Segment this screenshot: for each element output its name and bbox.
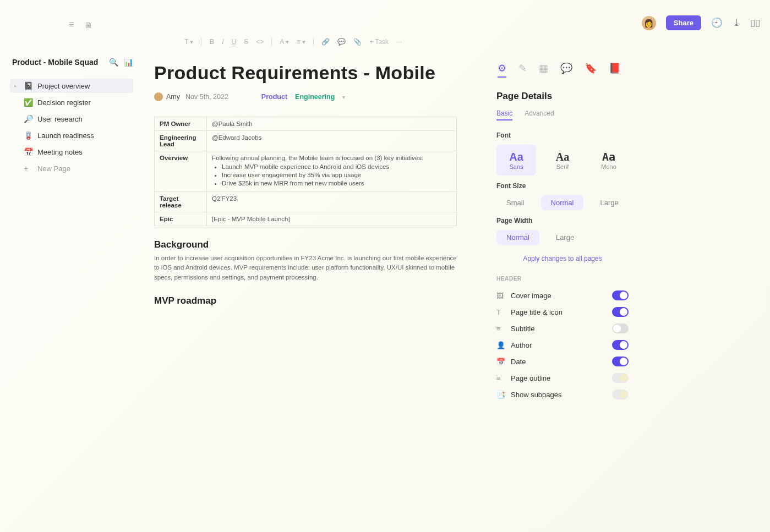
battery-icon: 🪫 bbox=[24, 131, 32, 140]
share-button[interactable]: Share bbox=[666, 15, 701, 30]
doc-icon[interactable]: 🗎 bbox=[84, 20, 92, 30]
list-item: Launch MVP mobile experience to Android … bbox=[222, 163, 451, 170]
toggle-switch[interactable] bbox=[612, 373, 629, 383]
size-normal[interactable]: Normal bbox=[541, 195, 584, 210]
sidebar-item-decision-register[interactable]: ✅ Decision register bbox=[10, 95, 133, 109]
header-section-label: HEADER bbox=[496, 276, 629, 282]
toggle-icon: ≡ bbox=[496, 374, 505, 382]
menu-icon[interactable]: ≡ bbox=[69, 19, 74, 30]
panel-title: Page Details bbox=[496, 91, 629, 102]
background-text[interactable]: In order to increase user acquisition op… bbox=[154, 254, 457, 282]
val-target[interactable]: Q2'FY23 bbox=[207, 192, 457, 212]
heading-background[interactable]: Background bbox=[154, 239, 457, 250]
tag-engineering[interactable]: Engineering bbox=[295, 93, 335, 101]
toggle-label: Subtitle bbox=[511, 325, 534, 333]
toggle-switch[interactable] bbox=[612, 340, 629, 350]
font-label: Font bbox=[496, 131, 629, 139]
panel-tabs: ⚙ ✎ ▦ 💬 🔖 📕 bbox=[496, 40, 629, 84]
right-panel: ⚙ ✎ ▦ 💬 🔖 📕 Page Details Basic Advanced … bbox=[490, 30, 638, 532]
tab-bookmark[interactable]: 🔖 bbox=[585, 62, 597, 78]
comment-button[interactable]: 💬 bbox=[337, 38, 346, 46]
toggle-row-date: 📅Date bbox=[496, 353, 629, 370]
tab-blocks[interactable]: ▦ bbox=[539, 62, 548, 78]
sidebar-item-launch-readiness[interactable]: 🪫 Launch readiness bbox=[10, 128, 133, 142]
val-eng-lead[interactable]: @Edward Jacobs bbox=[207, 131, 457, 151]
sidebar-item-label: Launch readiness bbox=[37, 131, 94, 140]
table-row: Target release Q2'FY23 bbox=[155, 192, 457, 212]
list-button[interactable]: ≡ ▾ bbox=[297, 38, 305, 46]
font-option-serif[interactable]: AaSerif bbox=[543, 145, 582, 175]
text-style-button[interactable]: T ▾ bbox=[184, 38, 193, 46]
sidebar: Product - Mobile Squad 🔍 📊 ▸ 📓 Project o… bbox=[0, 30, 138, 532]
tab-settings[interactable]: ⚙ bbox=[498, 62, 506, 78]
subtab-advanced[interactable]: Advanced bbox=[525, 109, 554, 120]
magnifier-icon: 🔎 bbox=[24, 114, 32, 123]
sidebar-item-project-overview[interactable]: ▸ 📓 Project overview bbox=[10, 79, 133, 93]
avatar[interactable]: 👩 bbox=[642, 16, 656, 30]
author[interactable]: Amy bbox=[154, 92, 180, 101]
heading-mvp-roadmap[interactable]: MVP roadmap bbox=[154, 295, 457, 306]
font-option-sans[interactable]: AaSans bbox=[496, 145, 536, 175]
task-button[interactable]: + Task bbox=[369, 38, 389, 46]
list-item: Drive $25k in new MRR from net new mobil… bbox=[222, 180, 451, 187]
download-icon[interactable]: ⤓ bbox=[733, 17, 740, 29]
page-meta: Amy Nov 5th, 2022 Product Engineering ▾ bbox=[154, 92, 457, 101]
sidebar-item-label: Project overview bbox=[37, 82, 90, 90]
link-button[interactable]: 🔗 bbox=[321, 38, 330, 46]
stats-icon[interactable]: 📊 bbox=[124, 58, 133, 67]
underline-button[interactable]: U bbox=[231, 38, 236, 46]
toggle-icon: ≡ bbox=[496, 325, 505, 333]
sidebar-item-meeting-notes[interactable]: 📅 Meeting notes bbox=[10, 145, 133, 159]
tab-comments[interactable]: 💬 bbox=[560, 62, 572, 78]
toggle-switch[interactable] bbox=[612, 323, 629, 333]
sidebar-item-label: Meeting notes bbox=[37, 148, 83, 156]
toggle-switch[interactable] bbox=[612, 390, 629, 399]
toggle-icon: 📑 bbox=[496, 391, 505, 399]
size-small[interactable]: Small bbox=[496, 195, 534, 210]
search-icon[interactable]: 🔍 bbox=[109, 58, 118, 67]
tag-product[interactable]: Product bbox=[261, 93, 287, 101]
table-row: Epic [Epic - MVP Mobile Launch] bbox=[155, 212, 457, 226]
book-icon[interactable]: ▯▯ bbox=[750, 17, 760, 29]
key-epic: Epic bbox=[155, 212, 207, 226]
sidebar-item-label: Decision register bbox=[37, 98, 91, 107]
key-overview: Overview bbox=[155, 151, 207, 192]
strike-button[interactable]: S bbox=[244, 38, 248, 46]
bold-button[interactable]: B bbox=[209, 38, 214, 46]
caret-icon: ▸ bbox=[14, 83, 19, 89]
clock-icon[interactable]: 🕘 bbox=[711, 17, 723, 29]
more-button[interactable]: ··· bbox=[396, 38, 402, 46]
insert-button[interactable]: 📎 bbox=[353, 38, 362, 46]
color-button[interactable]: A ▾ bbox=[280, 38, 289, 46]
italic-button[interactable]: I bbox=[222, 38, 223, 46]
topbar: ≡ 🗎 👩 Share 🕘 ⤓ ▯▯ bbox=[0, 0, 770, 30]
page-title[interactable]: Product Requirements - Mobile bbox=[154, 62, 457, 84]
val-pm-owner[interactable]: @Paula Smith bbox=[207, 117, 457, 131]
toggle-icon: T bbox=[496, 308, 505, 316]
new-page-button[interactable]: + New Page bbox=[10, 161, 133, 175]
code-button[interactable]: <> bbox=[256, 38, 264, 46]
font-option-mono[interactable]: AaMono bbox=[589, 145, 629, 175]
document-area: T ▾ B I U S <> A ▾ ≡ ▾ 🔗 💬 📎 + Task ··· … bbox=[138, 30, 490, 532]
width-large[interactable]: Large bbox=[546, 230, 584, 245]
sidebar-item-label: New Page bbox=[37, 164, 70, 173]
toggle-label: Date bbox=[511, 358, 526, 366]
sidebar-item-user-research[interactable]: 🔎 User research bbox=[10, 112, 133, 126]
toggle-switch[interactable] bbox=[612, 307, 629, 317]
table-row: Overview Following annual planning, the … bbox=[155, 151, 457, 192]
toggle-switch[interactable] bbox=[612, 290, 629, 300]
subtabs: Basic Advanced bbox=[496, 109, 629, 120]
size-large[interactable]: Large bbox=[590, 195, 628, 210]
avatar-small bbox=[154, 92, 163, 101]
tag-caret-icon[interactable]: ▾ bbox=[342, 94, 345, 100]
val-epic[interactable]: [Epic - MVP Mobile Launch] bbox=[207, 212, 457, 226]
tab-edit[interactable]: ✎ bbox=[518, 62, 527, 78]
subtab-basic[interactable]: Basic bbox=[496, 109, 512, 120]
width-normal[interactable]: Normal bbox=[496, 230, 539, 245]
font-size-label: Font Size bbox=[496, 182, 629, 190]
val-overview[interactable]: Following annual planning, the Mobile te… bbox=[207, 151, 457, 192]
tab-book[interactable]: 📕 bbox=[609, 62, 621, 78]
apply-all-link[interactable]: Apply changes to all pages bbox=[496, 255, 629, 262]
toggle-switch[interactable] bbox=[612, 357, 629, 366]
formatting-toolbar: T ▾ B I U S <> A ▾ ≡ ▾ 🔗 💬 📎 + Task ··· bbox=[154, 38, 457, 46]
